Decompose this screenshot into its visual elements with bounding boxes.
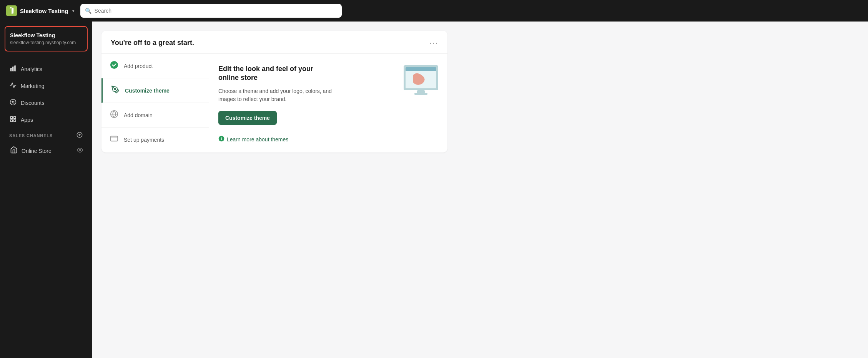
svg-rect-1 bbox=[10, 68, 12, 71]
step-set-up-payments-label: Set up payments bbox=[124, 137, 164, 143]
discounts-icon bbox=[9, 99, 17, 107]
learn-more-link[interactable]: Learn more about themes bbox=[227, 136, 288, 143]
theme-illustration bbox=[400, 61, 438, 96]
svg-rect-11 bbox=[14, 120, 16, 122]
step-customize-theme[interactable]: Customize theme bbox=[101, 78, 209, 103]
step-add-domain-label: Add domain bbox=[124, 112, 153, 118]
svg-rect-25 bbox=[417, 90, 425, 93]
store-card-url: sleekflow-testing.myshopify.com bbox=[10, 40, 82, 45]
svg-rect-20 bbox=[111, 136, 118, 141]
detail-panel: Edit the look and feel of your online st… bbox=[209, 54, 447, 152]
svg-rect-3 bbox=[15, 66, 16, 71]
card-body: Add product Customize theme bbox=[101, 53, 447, 152]
marketing-label: Marketing bbox=[21, 83, 44, 89]
shopify-logo-icon bbox=[6, 5, 17, 16]
svg-point-6 bbox=[12, 101, 13, 102]
sidebar-item-apps[interactable]: Apps bbox=[3, 112, 89, 128]
main-layout: Sleekflow Testing sleekflow-testing.mysh… bbox=[0, 22, 868, 358]
online-store-icon bbox=[9, 146, 18, 156]
svg-point-17 bbox=[114, 88, 116, 90]
store-card-name: Sleekflow Testing bbox=[10, 32, 82, 38]
detail-description: Choose a theme and add your logo, colors… bbox=[218, 87, 349, 103]
svg-point-15 bbox=[79, 149, 81, 151]
search-input[interactable] bbox=[95, 8, 337, 14]
svg-rect-2 bbox=[13, 67, 14, 71]
svg-text:i: i bbox=[221, 137, 222, 141]
sidebar-item-marketing[interactable]: Marketing bbox=[3, 78, 89, 94]
sidebar-item-discounts[interactable]: Discounts bbox=[3, 95, 89, 111]
search-icon: 🔍 bbox=[85, 8, 91, 14]
svg-rect-8 bbox=[10, 116, 12, 118]
marketing-icon bbox=[9, 82, 17, 90]
brand-button[interactable]: Sleekflow Testing ▾ bbox=[6, 5, 74, 16]
customize-theme-button[interactable]: Customize theme bbox=[218, 111, 277, 125]
great-start-card: You're off to a great start. ··· bbox=[101, 31, 447, 152]
apps-icon bbox=[9, 116, 17, 124]
step-set-up-payments[interactable]: Set up payments bbox=[101, 128, 209, 152]
analytics-icon bbox=[9, 65, 17, 73]
svg-point-16 bbox=[110, 61, 118, 69]
step-domain-icon bbox=[109, 110, 119, 120]
svg-rect-26 bbox=[414, 93, 427, 95]
sidebar-item-analytics[interactable]: Analytics bbox=[3, 61, 89, 77]
brand-chevron-icon: ▾ bbox=[72, 9, 74, 13]
step-add-product[interactable]: Add product bbox=[101, 54, 209, 78]
sales-channels-label: SALES CHANNELS bbox=[9, 133, 53, 138]
info-icon: i bbox=[218, 136, 224, 143]
discounts-label: Discounts bbox=[21, 100, 44, 106]
learn-more-row: i Learn more about themes bbox=[218, 136, 438, 143]
svg-point-7 bbox=[14, 103, 15, 104]
step-add-product-label: Add product bbox=[124, 63, 153, 69]
detail-title: Edit the look and feel of your online st… bbox=[218, 65, 334, 83]
store-card[interactable]: Sleekflow Testing sleekflow-testing.mysh… bbox=[5, 26, 88, 51]
apps-label: Apps bbox=[21, 117, 33, 123]
sidebar-item-online-store[interactable]: Online Store bbox=[3, 142, 89, 159]
add-channel-button[interactable] bbox=[76, 131, 83, 139]
step-active-icon bbox=[110, 85, 120, 96]
svg-rect-9 bbox=[14, 116, 16, 118]
svg-rect-10 bbox=[10, 120, 12, 122]
step-customize-theme-label: Customize theme bbox=[125, 88, 170, 94]
steps-list: Add product Customize theme bbox=[101, 54, 209, 152]
card-header: You're off to a great start. ··· bbox=[101, 31, 447, 53]
eye-icon[interactable] bbox=[77, 147, 83, 154]
brand-name: Sleekflow Testing bbox=[20, 8, 68, 14]
main-content: You're off to a great start. ··· bbox=[92, 22, 868, 358]
card-title: You're off to a great start. bbox=[111, 39, 194, 47]
online-store-label: Online Store bbox=[22, 148, 52, 154]
svg-rect-0 bbox=[6, 5, 17, 16]
topbar: Sleekflow Testing ▾ 🔍 bbox=[0, 0, 868, 22]
analytics-label: Analytics bbox=[21, 66, 42, 72]
sidebar: Sleekflow Testing sleekflow-testing.mysh… bbox=[0, 22, 92, 358]
more-options-button[interactable]: ··· bbox=[429, 38, 438, 47]
svg-rect-24 bbox=[406, 67, 436, 71]
step-add-domain[interactable]: Add domain bbox=[101, 103, 209, 128]
step-completed-icon bbox=[109, 61, 119, 71]
sales-channels-header: SALES CHANNELS bbox=[3, 128, 89, 142]
search-bar[interactable]: 🔍 bbox=[80, 4, 342, 18]
step-payments-icon bbox=[109, 134, 119, 145]
